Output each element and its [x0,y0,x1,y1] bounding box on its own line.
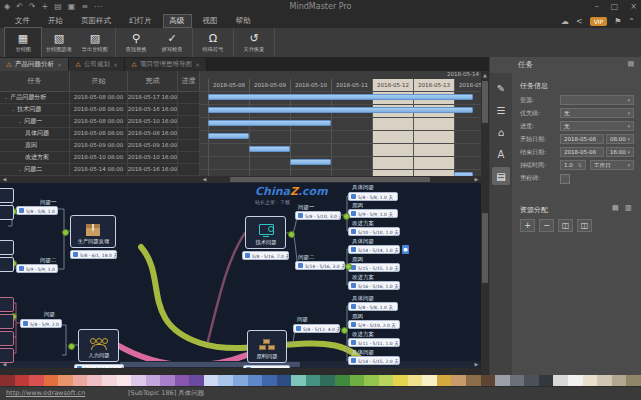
close-button[interactable]: × [630,0,637,14]
gantt-hscroll-thumb[interactable] [230,177,430,182]
doc-tab-1[interactable]: ⁂产品问题分析× [0,58,69,71]
expand-arrow-icon[interactable]: ⌄ [4,94,8,100]
resource-section-icon-2[interactable]: ▥ [625,204,632,212]
tab-close-icon[interactable]: × [57,61,62,68]
theme-color-swatch[interactable] [583,375,598,386]
topic-node-人力问题[interactable]: 人力问题 [78,329,119,362]
ribbon-button-导出甘特图[interactable]: ▨导出甘特图 [77,28,113,57]
branch-collapse-dot[interactable] [62,229,69,236]
theme-color-swatch[interactable] [248,375,263,386]
gantt-table-row[interactable]: ⌄问题二2018-05-14 08:002018-05-16 16:00 [0,163,200,176]
canvas-vscroll-thumb[interactable] [482,213,488,283]
format-icon[interactable]: ✎ [492,79,510,97]
theme-color-swatch[interactable] [437,375,452,386]
theme-color-swatch[interactable] [160,375,175,386]
branch-collapse-dot[interactable] [343,213,350,220]
subtopic-label-问题二[interactable]: 问题二 [40,257,57,264]
field-select-资源:[interactable]: ▾ [560,95,634,105]
subtopic-label-具体问题[interactable]: 具体问题 [352,238,374,245]
field-date[interactable]: 2018-05-08 [560,134,604,144]
topic-node-技术问题[interactable]: 技术问题 [245,216,286,249]
field-date[interactable]: 2018-05-08 [560,147,604,157]
subtopic-label-改进方案[interactable]: 改进方案 [352,331,374,338]
minimize-button[interactable]: – [595,0,599,14]
gantt-bar[interactable] [208,107,473,113]
theme-color-swatch[interactable] [495,375,510,386]
theme-color-swatch[interactable] [189,375,204,386]
theme-color-swatch[interactable] [597,375,612,386]
add-resource-button[interactable]: + [520,219,535,232]
expand-arrow-icon[interactable]: ⌄ [18,166,22,172]
theme-color-swatch[interactable] [612,375,627,386]
menu-item-6[interactable]: 视图 [196,14,225,28]
field-time[interactable]: 16:00▾ [606,147,634,157]
scroll-right-icon[interactable]: ▶ [473,361,480,368]
theme-color-swatch[interactable] [117,375,132,386]
gantt-vscroll-thumb[interactable] [482,81,488,123]
maximize-button[interactable]: □ [611,0,619,14]
vip-upgrade-badge[interactable]: VIP [590,17,608,26]
gantt-bar[interactable] [208,120,331,126]
theme-color-swatch[interactable] [510,375,525,386]
outline-icon[interactable]: ☰ [492,101,510,119]
theme-color-swatch[interactable] [175,375,190,386]
canvas-vscrollbar[interactable] [481,183,489,375]
theme-color-swatch[interactable] [393,375,408,386]
cloud-sync-icon[interactable]: ☁ [561,17,569,26]
gantt-vscrollbar[interactable]: ▲ [481,71,489,183]
menu-item-1[interactable]: 文件 [8,14,37,28]
doc-tab-3[interactable]: ⁂项目管理思维导图× [125,58,207,71]
scroll-left-icon[interactable]: ◀ [201,176,208,183]
branch-collapse-dot[interactable] [345,263,352,270]
subtopic-label-问题一[interactable]: 问题一 [298,204,315,211]
task-icon[interactable]: ▤ [492,167,510,185]
milestone-checkbox[interactable] [560,174,570,184]
expand-arrow-icon[interactable]: ⌄ [11,106,15,112]
subtopic-label-问题二[interactable]: 问题二 [298,254,315,261]
theme-color-swatch[interactable] [481,375,496,386]
ribbon-button-甘特图[interactable]: ▦甘特图 [5,28,41,57]
ribbon-button-拼写检查[interactable]: ✓拼写检查 [154,28,190,57]
subtopic-label-具体问题[interactable]: 具体问题 [352,295,374,302]
branch-collapse-dot[interactable] [341,327,348,334]
subtopic-label-具体问题[interactable]: 具体问题 [352,349,374,356]
theme-color-swatch[interactable] [73,375,88,386]
theme-color-swatch[interactable] [29,375,44,386]
subtopic-label-问题[interactable]: 问题 [44,311,55,318]
theme-color-swatch[interactable] [87,375,102,386]
subtopic-label-具体问题[interactable]: 具体问题 [352,184,374,191]
share-icon[interactable]: < [576,17,583,26]
expand-arrow-icon[interactable]: ⌄ [18,118,22,124]
theme-color-swatch[interactable] [277,375,292,386]
ribbon-button-特殊符号[interactable]: Ω特殊符号 [195,28,231,57]
theme-color-swatch[interactable] [350,375,365,386]
split-view-button[interactable]: ◫ [558,219,573,232]
scroll-left-icon[interactable]: ◀ [1,176,8,183]
theme-icon[interactable]: ⌂ [492,123,510,141]
subtopic-label-原因[interactable]: 原因 [352,256,363,263]
topic-node-原料问题[interactable]: 原料问题 [247,330,287,363]
theme-color-swatch[interactable] [553,375,568,386]
subtopic-label-改进方案[interactable]: 改进方案 [352,220,374,227]
tab-close-icon[interactable]: × [113,61,118,68]
theme-color-swatch[interactable] [422,375,437,386]
split-view-alt-button[interactable]: ◫ [577,219,592,232]
doc-tab-2[interactable]: ⁂公司规划× [69,58,125,71]
theme-color-swatch[interactable] [539,375,554,386]
status-hyperlink[interactable]: http://www.edrawsoft.cn [6,389,85,397]
theme-color-swatch[interactable] [58,375,73,386]
theme-color-swatch[interactable] [335,375,350,386]
subtopic-label-原因[interactable]: 原因 [352,202,363,209]
field-select-优先级:[interactable]: 无▾ [560,108,634,118]
ribbon-button-查找替换[interactable]: ⚲查找替换 [118,28,154,57]
theme-color-swatch[interactable] [379,375,394,386]
field-duration-unit[interactable]: 工作日▾ [590,160,634,170]
branch-collapse-dot[interactable] [68,343,75,350]
theme-color-swatch[interactable] [0,375,15,386]
panel-menu-icon[interactable]: ▤ [627,60,634,68]
theme-color-swatch[interactable] [218,375,233,386]
canvas-hscrollbar[interactable]: ◀ ▶ [0,361,481,368]
theme-color-swatch[interactable] [15,375,30,386]
theme-color-swatch[interactable] [364,375,379,386]
scroll-right-icon[interactable]: ▶ [473,176,480,183]
